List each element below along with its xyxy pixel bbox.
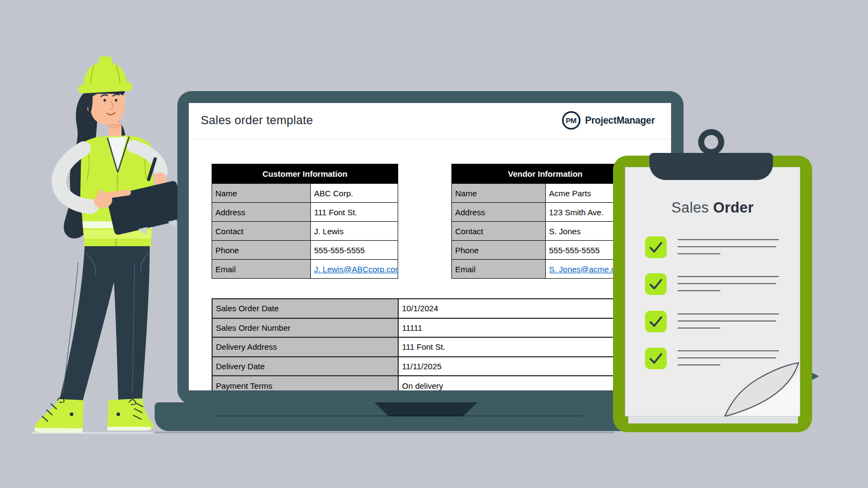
row-label: Contact xyxy=(212,222,311,241)
right-shoe xyxy=(107,399,154,431)
text-lines xyxy=(678,348,779,371)
laptop-base-seam xyxy=(214,415,583,416)
text-line xyxy=(678,320,776,322)
order-details-table: Sales Order Date10/1/2024Sales Order Num… xyxy=(212,298,670,390)
page-title: Sales order template xyxy=(201,110,313,131)
row-label: Email xyxy=(212,260,311,279)
text-lines xyxy=(678,236,779,260)
text-line xyxy=(678,364,720,365)
text-lines xyxy=(678,311,779,335)
text-line xyxy=(678,350,779,351)
table-title: Customer Information xyxy=(212,164,398,184)
pants xyxy=(60,246,150,402)
table-row: Sales Order Date10/1/2024 xyxy=(212,299,669,318)
table-row: ContactJ. Lewis xyxy=(212,222,398,241)
table-row: EmailS. Jones@acme.com xyxy=(452,260,639,279)
table-row: EmailJ. Lewis@ABCcorp.com xyxy=(212,260,398,279)
checkbox-checked xyxy=(645,273,667,295)
text-line xyxy=(678,283,776,284)
text-line xyxy=(678,328,720,329)
row-label: Contact xyxy=(452,222,546,241)
row-label: Payment Terms xyxy=(212,376,398,390)
customer-info-table: Customer Information NameABC Corp.Addres… xyxy=(212,164,398,279)
text-line xyxy=(678,290,720,291)
checklist-item xyxy=(645,236,779,260)
pm-logo-icon: PM xyxy=(562,111,580,130)
checkbox-checked xyxy=(645,236,667,258)
row-value: ABC Corp. xyxy=(311,184,398,203)
check-icon xyxy=(645,236,667,258)
text-line xyxy=(678,253,720,254)
header-divider xyxy=(189,139,671,139)
checklist-item xyxy=(645,348,779,371)
row-label: Delivery Address xyxy=(212,337,398,357)
check-icon xyxy=(645,273,667,295)
vendor-info-table: Vendor Information NameAcme PartsAddress… xyxy=(451,164,639,279)
table-row: Sales Order Number11111 xyxy=(212,318,669,338)
checklist-item xyxy=(645,311,779,335)
row-label: Delivery Date xyxy=(212,357,398,376)
table-row: Delivery Address111 Font St. xyxy=(212,337,669,357)
row-value: 111 Font St. xyxy=(311,203,398,222)
table-row: Delivery Date11/11/2025 xyxy=(212,357,669,376)
row-label: Name xyxy=(212,184,311,203)
checkbox-checked xyxy=(645,348,667,369)
table-row: NameAcme Parts xyxy=(452,184,639,203)
laptop-screen: Sales order template PM ProjectManager C… xyxy=(189,103,671,390)
text-lines xyxy=(678,273,779,297)
text-line xyxy=(678,313,779,314)
row-label: Email xyxy=(452,260,546,279)
laptop-hinge-notch xyxy=(374,402,477,416)
row-label: Address xyxy=(452,203,546,222)
row-label: Sales Order Number xyxy=(212,318,398,338)
ground-line-right xyxy=(155,432,615,433)
table-row: ContactS. Jones xyxy=(452,222,639,241)
checkbox-checked xyxy=(645,311,667,332)
text-line xyxy=(678,357,776,358)
table-row: Payment TermsOn delivery xyxy=(212,376,669,390)
checklist-item xyxy=(645,273,779,297)
text-line xyxy=(678,239,779,240)
row-value: J. Lewis@ABCcorp.com xyxy=(311,260,398,279)
row-label: Address xyxy=(212,203,311,222)
table-row: Phone555-555-5555 xyxy=(212,241,398,260)
text-line xyxy=(678,246,776,247)
row-label: Sales Order Date xyxy=(212,299,398,318)
row-label: Phone xyxy=(212,241,311,260)
check-icon xyxy=(645,311,667,332)
table-row: Phone555-555-5555 xyxy=(452,241,639,260)
laptop-base-edge xyxy=(812,373,819,380)
table-row: Address123 Smith Ave. xyxy=(452,203,639,222)
projectmanager-logo: PM ProjectManager xyxy=(562,109,655,132)
row-label: Name xyxy=(452,184,546,203)
text-line xyxy=(678,276,779,277)
table-title: Vendor Information xyxy=(452,164,639,184)
pm-logo-text: ProjectManager xyxy=(585,115,655,126)
sales-order-title: Sales Order xyxy=(625,200,800,216)
clipboard-clip xyxy=(649,153,773,180)
table-row: NameABC Corp. xyxy=(212,184,398,203)
row-value: 555-555-5555 xyxy=(311,241,398,260)
check-icon xyxy=(645,348,667,369)
left-shoe xyxy=(34,397,84,433)
row-label: Phone xyxy=(452,241,546,260)
clipboard-ring xyxy=(698,129,724,155)
worker-illustration xyxy=(27,54,190,436)
table-row: Address111 Font St. xyxy=(212,203,398,222)
marketing-banner: Sales order template PM ProjectManager C… xyxy=(0,0,868,488)
email-link[interactable]: J. Lewis@ABCcorp.com xyxy=(314,265,398,274)
row-value: J. Lewis xyxy=(311,222,398,241)
clipboard-undersheet xyxy=(628,416,798,423)
